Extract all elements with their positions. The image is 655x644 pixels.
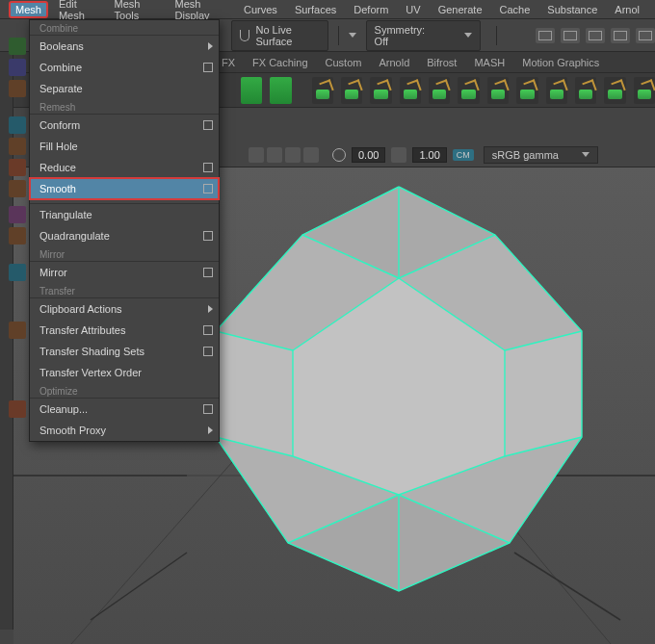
shelf-icon-brush-8[interactable] bbox=[516, 77, 537, 104]
menu-section-combine: Combine bbox=[30, 20, 219, 35]
loop-icon[interactable] bbox=[332, 148, 346, 162]
menu-item-smooth-proxy[interactable]: Smooth Proxy bbox=[30, 420, 219, 441]
shelf-tab-arnold[interactable]: Arnold bbox=[379, 57, 409, 68]
colorspace-dropdown[interactable]: sRGB gamma bbox=[484, 146, 598, 164]
transfer-attr-icon bbox=[9, 322, 26, 339]
shelf-icon-brush-11[interactable] bbox=[604, 77, 625, 104]
menu-item-label: Quadrangulate bbox=[39, 230, 203, 242]
menubar-deform[interactable]: Deform bbox=[348, 2, 394, 17]
value-field-2[interactable]: 1.00 bbox=[412, 147, 446, 163]
shelf-tab-fx[interactable]: FX bbox=[222, 57, 235, 68]
render-frame-icon[interactable] bbox=[561, 28, 580, 43]
option-box-icon[interactable] bbox=[203, 63, 213, 72]
sequence-render-icon[interactable] bbox=[636, 28, 655, 43]
svg-line-1 bbox=[71, 437, 254, 644]
shelf-tab-mash[interactable]: MASH bbox=[474, 57, 505, 68]
live-surface-label: No Live Surface bbox=[255, 24, 319, 47]
triangulate-icon bbox=[9, 206, 26, 223]
submenu-arrow-icon bbox=[208, 305, 213, 313]
svg-line-6 bbox=[514, 553, 620, 620]
menu-item-label: Mirror bbox=[39, 267, 203, 278]
menu-item-label: Conform bbox=[39, 119, 203, 131]
shelf-tab-custom[interactable]: Custom bbox=[326, 57, 362, 68]
shelf-icon-brush-7[interactable] bbox=[487, 77, 509, 104]
menu-item-smooth[interactable]: Smooth bbox=[30, 178, 219, 199]
shelf-tab-bifrost[interactable]: Bifrost bbox=[427, 57, 457, 68]
menu-item-transfer-shading[interactable]: Transfer Shading Sets bbox=[30, 341, 219, 362]
render-settings-icon[interactable] bbox=[611, 28, 630, 43]
render-view-icon[interactable] bbox=[536, 28, 555, 43]
menubar-mesh[interactable]: Mesh bbox=[10, 2, 47, 17]
shelf-icon-brush-9[interactable] bbox=[546, 77, 567, 104]
value-field-1[interactable]: 0.00 bbox=[352, 147, 385, 163]
submenu-arrow-icon bbox=[208, 426, 213, 434]
live-surface-dropdown[interactable]: No Live Surface bbox=[231, 20, 328, 51]
chevron-down-icon bbox=[464, 33, 472, 38]
shelf-icon-brush-5[interactable] bbox=[429, 77, 450, 104]
chevron-down-icon bbox=[582, 152, 590, 157]
submenu-arrow-icon bbox=[208, 42, 213, 50]
menu-item-label: Smooth bbox=[39, 183, 203, 194]
menubar-cache[interactable]: Cache bbox=[494, 2, 537, 17]
transform-tools-group bbox=[241, 147, 319, 163]
shelf-tab-fx-caching[interactable]: FX Caching bbox=[252, 57, 307, 68]
reduce-icon bbox=[9, 159, 26, 176]
menu-item-reduce[interactable]: Reduce bbox=[30, 157, 219, 178]
menu-section-transfer: Transfer bbox=[30, 283, 219, 297]
mirror-icon bbox=[9, 264, 26, 281]
shelf-icon-brush-3[interactable] bbox=[370, 77, 391, 104]
option-box-icon[interactable] bbox=[203, 347, 213, 356]
scale-tool-icon[interactable] bbox=[303, 147, 319, 163]
shelf-icon-brush-12[interactable] bbox=[634, 77, 655, 104]
shelf-icon-brush-1[interactable] bbox=[312, 77, 333, 104]
menu-item-label: Clipboard Actions bbox=[39, 303, 208, 315]
shelf-icon-preset[interactable] bbox=[241, 77, 262, 104]
menu-item-conform[interactable]: Conform bbox=[30, 115, 219, 136]
menu-item-fill-hole[interactable]: Fill Hole bbox=[30, 136, 219, 157]
menubar-curves[interactable]: Curves bbox=[238, 2, 283, 17]
option-box-icon[interactable] bbox=[203, 404, 213, 414]
menubar-arnold[interactable]: Arnol bbox=[609, 2, 645, 17]
option-box-icon[interactable] bbox=[203, 231, 213, 241]
move-tool-icon[interactable] bbox=[267, 147, 282, 163]
menu-item-mirror[interactable]: Mirror bbox=[30, 262, 219, 283]
menu-item-label: Fill Hole bbox=[39, 141, 213, 152]
shelf-tab-motion[interactable]: Motion Graphics bbox=[522, 57, 599, 68]
menubar-generate[interactable]: Generate bbox=[432, 2, 488, 17]
menu-item-quadrangulate[interactable]: Quadrangulate bbox=[30, 225, 219, 246]
menu-item-combine[interactable]: Combine bbox=[30, 57, 219, 78]
menu-section-remesh: Remesh bbox=[30, 99, 219, 114]
menu-item-clipboard[interactable]: Clipboard Actions bbox=[30, 298, 219, 320]
menu-item-transfer-attributes[interactable]: Transfer Attributes bbox=[30, 320, 219, 341]
menu-item-booleans[interactable]: Booleans bbox=[30, 36, 219, 57]
shelf-icon-brush-4[interactable] bbox=[400, 77, 421, 104]
select-tool-icon[interactable] bbox=[249, 147, 264, 163]
exposure-icon[interactable] bbox=[391, 147, 406, 163]
option-box-icon[interactable] bbox=[203, 184, 213, 193]
menu-item-transfer-vertex[interactable]: Transfer Vertex Order bbox=[30, 362, 219, 383]
menubar-surfaces[interactable]: Surfaces bbox=[289, 2, 342, 17]
thin-dropdown-icon[interactable] bbox=[349, 33, 356, 38]
menu-item-cleanup[interactable]: Cleanup... bbox=[30, 399, 219, 420]
cleanup-icon bbox=[9, 400, 26, 418]
menubar-substance[interactable]: Substance bbox=[541, 2, 603, 17]
option-box-icon[interactable] bbox=[203, 325, 213, 335]
option-box-icon[interactable] bbox=[203, 268, 213, 277]
menubar-uv[interactable]: UV bbox=[400, 2, 426, 17]
rotate-tool-icon[interactable] bbox=[285, 147, 301, 163]
cm-badge[interactable]: CM bbox=[453, 149, 474, 161]
menu-section-optimize: Optimize bbox=[30, 383, 219, 398]
shelf-icon-brush-10[interactable] bbox=[575, 77, 596, 104]
ipr-icon[interactable] bbox=[586, 28, 605, 43]
menu-item-label: Combine bbox=[39, 62, 203, 73]
option-box-icon[interactable] bbox=[203, 163, 213, 172]
shelf-icon-preset2[interactable] bbox=[270, 77, 291, 104]
shelf-icon-brush-6[interactable] bbox=[458, 77, 479, 104]
menu-item-triangulate[interactable]: Triangulate bbox=[30, 204, 219, 225]
option-box-icon[interactable] bbox=[203, 120, 213, 130]
symmetry-dropdown[interactable]: Symmetry: Off bbox=[366, 20, 482, 51]
menu-item-label: Reduce bbox=[39, 162, 203, 173]
mesh-object[interactable] bbox=[216, 187, 582, 591]
shelf-icon-brush-2[interactable] bbox=[341, 77, 362, 104]
menu-item-separate[interactable]: Separate bbox=[30, 78, 219, 99]
